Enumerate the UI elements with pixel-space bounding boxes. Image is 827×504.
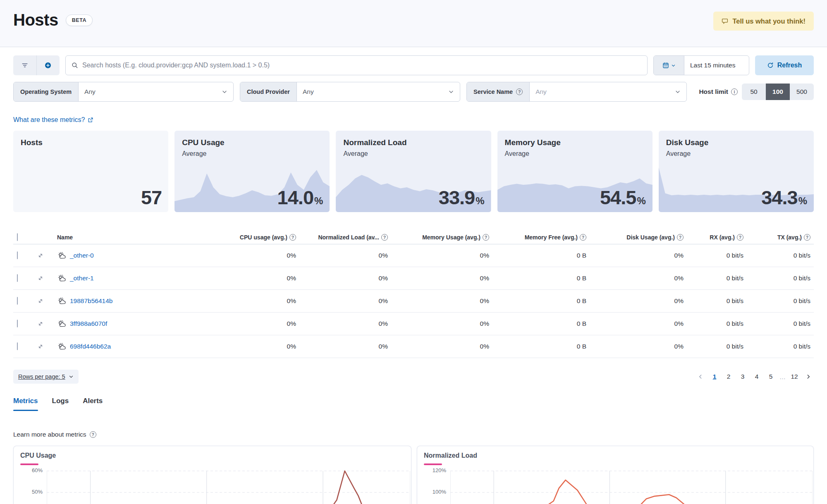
help-icon[interactable]: ? — [381, 234, 388, 241]
row-checkbox[interactable] — [17, 320, 18, 327]
search-input[interactable] — [82, 62, 641, 69]
help-icon[interactable]: ? — [516, 88, 523, 95]
cell-tx: 0 bit/s — [747, 252, 814, 259]
cloud-host-icon — [58, 252, 66, 259]
plus-circle-icon — [45, 62, 51, 69]
expand-row-button[interactable] — [35, 250, 46, 261]
expand-row-button[interactable] — [35, 318, 46, 330]
page-number-1[interactable]: 1 — [709, 371, 720, 382]
next-page-button[interactable] — [803, 371, 814, 382]
cloud-host-icon — [58, 297, 66, 305]
y-axis-tick: 100% — [421, 489, 446, 495]
normalized-load-chart: 120% 100% — [450, 465, 813, 504]
help-icon[interactable]: ? — [580, 234, 586, 241]
table-footer: Rows per page: 5 12345…12 — [13, 370, 814, 384]
help-icon[interactable]: ? — [677, 234, 684, 241]
row-checkbox[interactable] — [17, 297, 18, 305]
cell-disk-usage: 0% — [590, 297, 687, 305]
kpi-title: Normalized Load — [343, 138, 483, 147]
what-are-these-metrics-link[interactable]: What are these metrics? — [13, 116, 93, 124]
cell-memory-usage: 0% — [391, 343, 492, 350]
column-header-disk-usage[interactable]: Disk Usage (avg.)? — [590, 234, 687, 241]
kpi-subtitle: Average — [666, 150, 806, 158]
cell-memory-usage: 0% — [391, 252, 492, 259]
info-icon[interactable]: i — [731, 88, 738, 95]
normalized-load-line-chart — [450, 465, 813, 504]
cell-cpu: 0% — [217, 297, 299, 305]
cloud-provider-select[interactable]: Cloud Provider Any — [240, 82, 460, 102]
speech-bubble-icon — [722, 18, 728, 24]
page-number-5[interactable]: 5 — [765, 371, 776, 382]
date-picker-menu-button[interactable] — [654, 56, 684, 75]
table-row: _other-0 0% 0% 0% 0 B 0% 0 bit/s 0 bit/s — [13, 244, 814, 267]
previous-page-button[interactable] — [695, 371, 706, 382]
column-header-tx[interactable]: TX (avg.)? — [747, 234, 814, 241]
select-all-checkbox[interactable] — [17, 233, 18, 241]
kpi-title: Memory Usage — [505, 138, 645, 147]
rows-per-page-label: Rows per page: 5 — [18, 373, 65, 380]
add-filter-button[interactable] — [36, 55, 60, 75]
host-name-link[interactable]: _other-0 — [70, 252, 94, 259]
cell-tx: 0 bit/s — [747, 297, 814, 305]
help-icon[interactable]: ? — [90, 431, 96, 438]
column-header-cpu[interactable]: CPU usage (avg.)? — [217, 234, 299, 241]
help-icon[interactable]: ? — [483, 234, 489, 241]
host-name-link[interactable]: 3ff988a6070f — [70, 320, 107, 327]
operating-system-select[interactable]: Operating System Any — [13, 82, 234, 102]
kpi-title: Hosts — [21, 138, 161, 147]
cell-disk-usage: 0% — [590, 320, 687, 327]
cloud-host-icon — [58, 343, 66, 350]
help-icon[interactable]: ? — [289, 234, 296, 241]
expand-row-button[interactable] — [35, 295, 46, 307]
page-number-3[interactable]: 3 — [737, 371, 748, 382]
tab-metrics[interactable]: Metrics — [13, 397, 38, 411]
help-icon[interactable]: ? — [737, 234, 743, 241]
host-name-link[interactable]: 19887b56414b — [70, 297, 112, 305]
expand-icon — [38, 321, 43, 327]
chevron-down-icon — [675, 89, 681, 95]
feedback-label: Tell us what you think! — [732, 17, 805, 25]
os-value: Any — [79, 88, 222, 96]
table-row: 3ff988a6070f 0% 0% 0% 0 B 0% 0 bit/s 0 b… — [13, 313, 814, 335]
help-icon[interactable]: ? — [804, 234, 810, 241]
service-name-select[interactable]: Service Name ? Any — [466, 82, 687, 102]
host-name-link[interactable]: 698fd446b62a — [70, 343, 111, 350]
expand-row-button[interactable] — [35, 341, 46, 352]
chart-title: CPU Usage — [20, 452, 56, 459]
page-number-4[interactable]: 4 — [751, 371, 762, 382]
column-header-load[interactable]: Normalized Load (av...? — [299, 234, 391, 241]
row-checkbox[interactable] — [17, 274, 18, 282]
chevron-down-icon — [69, 374, 74, 379]
expand-icon — [38, 275, 43, 281]
feedback-button[interactable]: Tell us what you think! — [713, 12, 814, 31]
kpi-card-memory-usage: Memory Usage Average 54.5 % — [497, 131, 653, 212]
page-number-12[interactable]: 12 — [789, 371, 800, 382]
column-header-memory-usage[interactable]: Memory Usage (avg.)? — [391, 234, 492, 241]
saved-filters-button[interactable] — [13, 55, 36, 75]
service-name-label: Service Name — [473, 88, 513, 95]
rows-per-page-button[interactable]: Rows per page: 5 — [13, 370, 79, 384]
host-limit-option-100[interactable]: 100 — [766, 84, 790, 100]
expand-row-button[interactable] — [35, 272, 46, 284]
cell-cpu: 0% — [217, 252, 299, 259]
column-header-name[interactable]: Name — [51, 234, 217, 241]
tab-logs[interactable]: Logs — [52, 397, 69, 411]
host-name-link[interactable]: _other-1 — [70, 275, 94, 282]
cell-rx: 0 bit/s — [687, 297, 747, 305]
host-limit-button-group: 50 100 500 — [742, 84, 814, 100]
refresh-button[interactable]: Refresh — [755, 55, 814, 75]
column-header-memory-free[interactable]: Memory Free (avg.)? — [492, 234, 590, 241]
date-picker: Last 15 minutes — [653, 55, 749, 75]
kpi-unit: % — [798, 195, 807, 207]
row-checkbox[interactable] — [17, 342, 18, 350]
host-limit-option-500[interactable]: 500 — [790, 84, 814, 100]
time-range-button[interactable]: Last 15 minutes — [684, 56, 749, 75]
tab-alerts[interactable]: Alerts — [83, 397, 103, 411]
chevron-down-icon — [448, 89, 454, 95]
host-limit-option-50[interactable]: 50 — [742, 84, 766, 100]
column-header-rx[interactable]: RX (avg.)? — [687, 234, 747, 241]
page-number-2[interactable]: 2 — [723, 371, 734, 382]
row-checkbox[interactable] — [17, 251, 18, 259]
cell-rx: 0 bit/s — [687, 275, 747, 282]
detail-tabs: Metrics Logs Alerts — [13, 397, 103, 411]
